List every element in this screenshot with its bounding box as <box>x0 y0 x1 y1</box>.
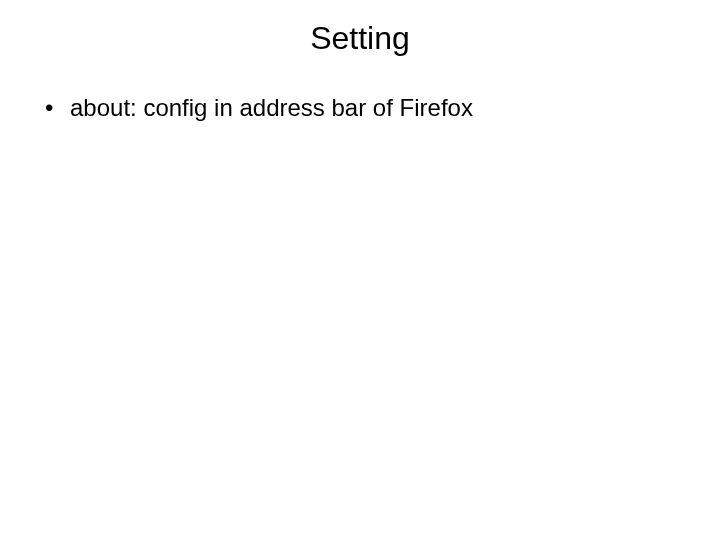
bullet-item: about: config in address bar of Firefox <box>40 92 720 123</box>
slide-container: Setting about: config in address bar of … <box>0 0 720 540</box>
bullet-list: about: config in address bar of Firefox <box>0 92 720 123</box>
slide-title: Setting <box>0 20 720 57</box>
